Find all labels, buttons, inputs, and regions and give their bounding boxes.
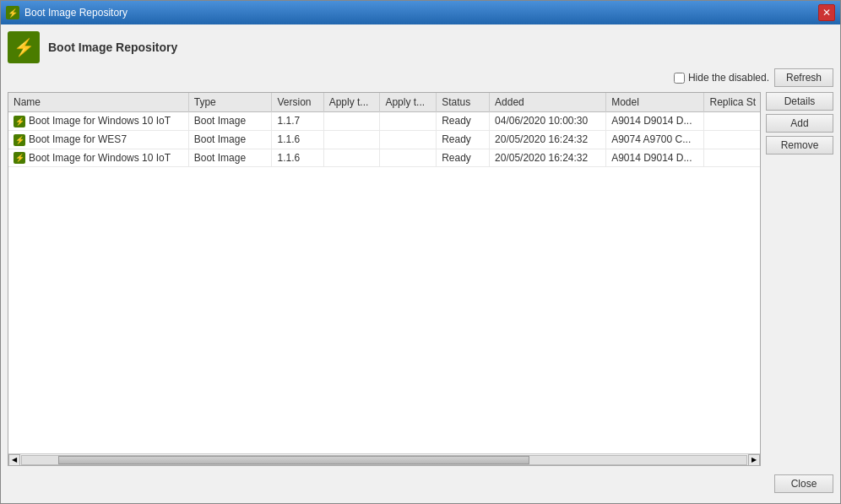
header-title: Boot Image Repository — [48, 41, 177, 54]
title-bar-left: ⚡ Boot Image Repository — [6, 6, 128, 19]
close-button[interactable]: Close — [774, 474, 833, 493]
col-version[interactable]: Version — [272, 93, 323, 112]
cell-version: 1.1.6 — [272, 149, 323, 167]
main-window: ⚡ Boot Image Repository ✕ ⚡ Boot Image R… — [0, 0, 841, 504]
table-header-row: Name Type Version Apply t... Apply t... … — [8, 93, 760, 112]
cell-replica-st — [704, 149, 760, 167]
cell-apply-t1 — [323, 112, 380, 131]
right-buttons-panel: Details Add Remove — [766, 92, 833, 466]
cell-model: A9014 D9014 D... — [606, 112, 704, 131]
hide-disabled-label[interactable]: Hide the disabled. — [674, 72, 769, 84]
cell-name: ⚡Boot Image for Windows 10 IoT — [8, 149, 188, 167]
cell-model: A9074 A9700 C... — [606, 130, 704, 149]
row-icon: ⚡ — [14, 152, 25, 164]
horizontal-scrollbar-area: ◀ ▶ — [8, 453, 760, 465]
cell-added: 20/05/2020 16:24:32 — [490, 149, 606, 167]
col-apply-t1[interactable]: Apply t... — [323, 93, 380, 112]
boot-image-table: Name Type Version Apply t... Apply t... … — [8, 93, 760, 167]
cell-version: 1.1.6 — [272, 130, 323, 149]
remove-button[interactable]: Remove — [766, 136, 833, 154]
col-replica-st[interactable]: Replica St — [704, 93, 760, 112]
table-header: Name Type Version Apply t... Apply t... … — [8, 93, 760, 112]
table-row[interactable]: ⚡Boot Image for Windows 10 IoTBoot Image… — [8, 149, 760, 167]
cell-added: 20/05/2020 16:24:32 — [490, 130, 606, 149]
table-container: Name Type Version Apply t... Apply t... … — [8, 92, 761, 466]
cell-apply-t2 — [380, 149, 437, 167]
add-button[interactable]: Add — [766, 114, 833, 133]
hide-disabled-text: Hide the disabled. — [688, 72, 769, 84]
cell-apply-t1 — [323, 130, 380, 149]
cell-type: Boot Image — [188, 130, 272, 149]
close-window-button[interactable]: ✕ — [818, 4, 835, 21]
table-row[interactable]: ⚡Boot Image for WES7Boot Image1.1.6Ready… — [8, 130, 760, 149]
title-bar-text: Boot Image Repository — [24, 7, 128, 19]
details-button[interactable]: Details — [766, 92, 833, 111]
cell-status: Ready — [437, 130, 490, 149]
cell-apply-t2 — [380, 112, 437, 131]
cell-model: A9014 D9014 D... — [606, 149, 704, 167]
cell-type: Boot Image — [188, 112, 272, 131]
header-section: ⚡ Boot Image Repository — [8, 31, 833, 63]
toolbar-row: Hide the disabled. Refresh — [8, 68, 833, 87]
col-added[interactable]: Added — [490, 93, 606, 112]
footer-row: Close — [8, 471, 833, 496]
row-icon: ⚡ — [14, 134, 25, 146]
col-type[interactable]: Type — [188, 93, 272, 112]
scrollbar-thumb[interactable] — [58, 456, 529, 464]
col-name[interactable]: Name — [8, 93, 188, 112]
cell-version: 1.1.7 — [272, 112, 323, 131]
table-body: ⚡Boot Image for Windows 10 IoTBoot Image… — [8, 112, 760, 167]
cell-replica-st — [704, 130, 760, 149]
scroll-left-button[interactable]: ◀ — [8, 454, 20, 466]
cell-replica-st — [704, 112, 760, 131]
cell-status: Ready — [437, 149, 490, 167]
cell-apply-t2 — [380, 130, 437, 149]
horizontal-scrollbar[interactable] — [21, 455, 747, 465]
scroll-right-button[interactable]: ▶ — [748, 454, 760, 466]
refresh-button[interactable]: Refresh — [774, 68, 833, 87]
table-scroll[interactable]: Name Type Version Apply t... Apply t... … — [8, 93, 760, 453]
cell-name: ⚡Boot Image for Windows 10 IoT — [8, 112, 188, 131]
row-icon: ⚡ — [14, 116, 25, 127]
cell-name: ⚡Boot Image for WES7 — [8, 130, 188, 149]
title-bar-icon: ⚡ — [6, 6, 19, 19]
header-icon: ⚡ — [8, 31, 40, 63]
col-apply-t2[interactable]: Apply t... — [380, 93, 437, 112]
cell-added: 04/06/2020 10:00:30 — [490, 112, 606, 131]
cell-status: Ready — [437, 112, 490, 131]
cell-apply-t1 — [323, 149, 380, 167]
content-area: Name Type Version Apply t... Apply t... … — [8, 92, 833, 466]
col-model[interactable]: Model — [606, 93, 704, 112]
hide-disabled-checkbox[interactable] — [674, 73, 685, 84]
title-bar: ⚡ Boot Image Repository ✕ — [1, 1, 840, 24]
table-row[interactable]: ⚡Boot Image for Windows 10 IoTBoot Image… — [8, 112, 760, 131]
col-status[interactable]: Status — [437, 93, 490, 112]
window-body: ⚡ Boot Image Repository Hide the disable… — [1, 24, 840, 503]
cell-type: Boot Image — [188, 149, 272, 167]
